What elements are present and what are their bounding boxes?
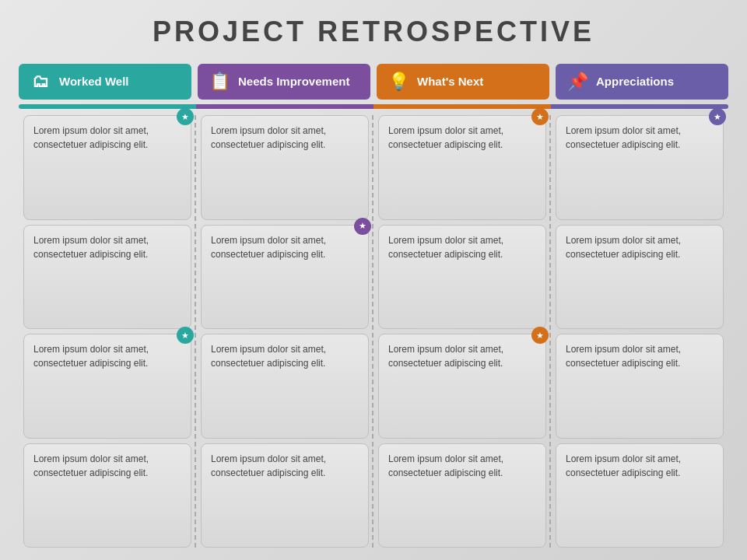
star-badge-0-0: ★ bbox=[177, 108, 194, 125]
lightbulb-icon: 💡 bbox=[388, 72, 409, 92]
card-0-3: Lorem ipsum dolor sit amet, consectetuer… bbox=[23, 443, 191, 548]
header-label-0: Worked Well bbox=[59, 75, 128, 89]
card-3-1: Lorem ipsum dolor sit amet, consectetuer… bbox=[556, 225, 724, 330]
star-badge-3-0: ★ bbox=[709, 108, 726, 125]
page-container: PROJECT RETROSPECTIVE 🗂 Worked Well 📋 Ne… bbox=[0, 0, 747, 560]
card-1-0: Lorem ipsum dolor sit amet, consectetuer… bbox=[201, 115, 369, 220]
star-badge-0-2: ★ bbox=[177, 327, 194, 344]
clipboard-icon: 📋 bbox=[209, 72, 230, 92]
pin-icon: 📌 bbox=[566, 72, 588, 92]
card-1-3: Lorem ipsum dolor sit amet, consectetuer… bbox=[201, 443, 369, 548]
header-appreciations: 📌 Appreciations bbox=[556, 64, 728, 100]
grid-col-1: Lorem ipsum dolor sit amet, consectetuer… bbox=[196, 115, 374, 548]
grid-col-2: ★ Lorem ipsum dolor sit amet, consectetu… bbox=[374, 115, 551, 548]
card-2-1: Lorem ipsum dolor sit amet, consectetuer… bbox=[378, 225, 546, 330]
header-needs-improvement: 📋 Needs Improvement bbox=[198, 64, 370, 100]
card-3-2: Lorem ipsum dolor sit amet, consectetuer… bbox=[556, 334, 724, 439]
star-badge-2-0: ★ bbox=[531, 108, 549, 125]
card-1-2: Lorem ipsum dolor sit amet, consectetuer… bbox=[201, 334, 369, 439]
card-0-0: ★ Lorem ipsum dolor sit amet, consectetu… bbox=[23, 115, 191, 220]
grid-area: ★ Lorem ipsum dolor sit amet, consectetu… bbox=[19, 115, 728, 548]
card-0-1: Lorem ipsum dolor sit amet, consectetuer… bbox=[23, 225, 191, 330]
grid-col-3: ★ Lorem ipsum dolor sit amet, consectetu… bbox=[551, 115, 728, 548]
card-2-0: ★ Lorem ipsum dolor sit amet, consectetu… bbox=[378, 115, 546, 220]
page-title: PROJECT RETROSPECTIVE bbox=[19, 16, 728, 48]
card-3-3: Lorem ipsum dolor sit amet, consectetuer… bbox=[556, 443, 724, 548]
card-2-2: ★ Lorem ipsum dolor sit amet, consectetu… bbox=[378, 334, 546, 439]
header-label-1: Needs Improvement bbox=[238, 75, 349, 89]
star-badge-2-2: ★ bbox=[531, 327, 549, 344]
header-label-3: Appreciations bbox=[596, 75, 674, 89]
header-label-2: What's Next bbox=[417, 75, 483, 89]
card-2-3: Lorem ipsum dolor sit amet, consectetuer… bbox=[378, 443, 546, 548]
briefcase-icon: 🗂 bbox=[30, 72, 51, 92]
card-3-0: ★ Lorem ipsum dolor sit amet, consectetu… bbox=[556, 115, 724, 220]
grid-col-0: ★ Lorem ipsum dolor sit amet, consectetu… bbox=[19, 115, 196, 548]
card-1-1: ★ Lorem ipsum dolor sit amet, consectetu… bbox=[201, 225, 369, 330]
header-worked-well: 🗂 Worked Well bbox=[19, 64, 191, 100]
divider-bar bbox=[19, 104, 728, 109]
headers-row: 🗂 Worked Well 📋 Needs Improvement 💡 What… bbox=[19, 64, 728, 100]
header-whats-next: 💡 What's Next bbox=[377, 64, 549, 100]
card-0-2: ★ Lorem ipsum dolor sit amet, consectetu… bbox=[23, 334, 191, 439]
star-badge-1-1: ★ bbox=[354, 218, 371, 235]
